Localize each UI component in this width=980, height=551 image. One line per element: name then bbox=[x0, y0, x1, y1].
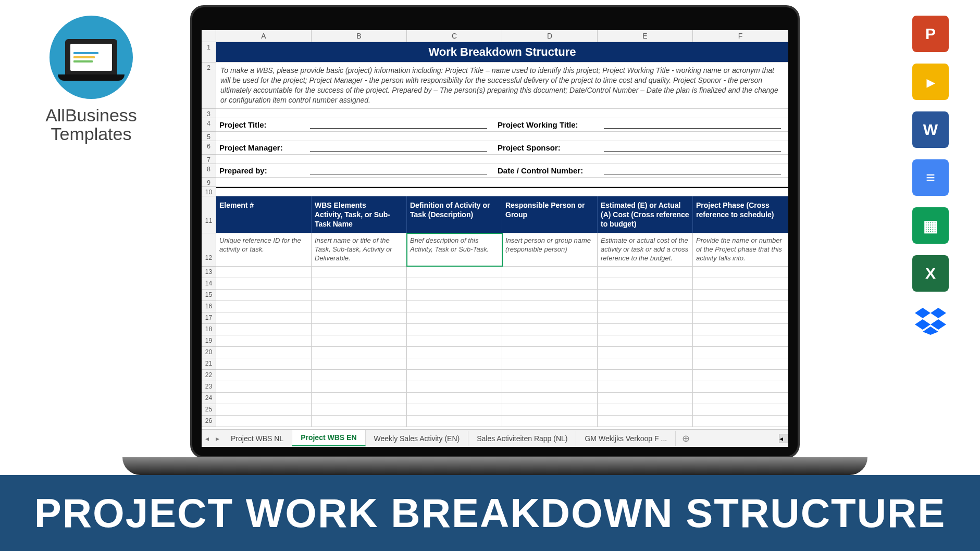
cell[interactable] bbox=[693, 370, 788, 381]
cell[interactable] bbox=[216, 381, 312, 392]
cell[interactable] bbox=[693, 404, 788, 415]
row-num[interactable]: 12 bbox=[202, 233, 216, 267]
cell[interactable] bbox=[693, 381, 788, 392]
hint-element[interactable]: Unique reference ID for the activity or … bbox=[216, 233, 312, 266]
tab-gm-weklijks[interactable]: GM Wekljks Verkoop F ... bbox=[576, 431, 676, 446]
cell[interactable] bbox=[407, 358, 502, 369]
cell[interactable] bbox=[312, 324, 407, 335]
cell[interactable] bbox=[598, 267, 693, 278]
row-num[interactable]: 25 bbox=[202, 404, 216, 416]
cell[interactable] bbox=[502, 416, 598, 427]
col-header-a[interactable]: A bbox=[216, 30, 312, 42]
cell[interactable] bbox=[693, 278, 788, 289]
row-num[interactable]: 7 bbox=[202, 155, 216, 164]
word-icon[interactable]: W bbox=[912, 111, 949, 148]
cell[interactable] bbox=[598, 393, 693, 404]
cell[interactable] bbox=[693, 416, 788, 427]
cell[interactable] bbox=[407, 324, 502, 335]
cell[interactable] bbox=[693, 324, 788, 335]
row-num[interactable]: 22 bbox=[202, 370, 216, 381]
cell[interactable] bbox=[598, 312, 693, 323]
google-slides-icon[interactable]: ▸ bbox=[912, 64, 949, 100]
cell[interactable] bbox=[598, 358, 693, 369]
cell[interactable] bbox=[312, 312, 407, 323]
cell[interactable] bbox=[502, 335, 598, 346]
hscroll-left-icon[interactable]: ◂ bbox=[779, 434, 788, 443]
cell[interactable] bbox=[502, 370, 598, 381]
cell[interactable] bbox=[312, 358, 407, 369]
cell[interactable] bbox=[216, 267, 312, 278]
row-num[interactable]: 20 bbox=[202, 347, 216, 358]
cell[interactable] bbox=[407, 404, 502, 415]
row-num[interactable]: 11 bbox=[202, 196, 216, 234]
row-num[interactable]: 21 bbox=[202, 358, 216, 370]
row-num[interactable]: 2 bbox=[202, 62, 216, 109]
hint-phase[interactable]: Provide the name or number of the Projec… bbox=[693, 233, 788, 266]
hint-responsible[interactable]: Insert person or group name (responsible… bbox=[502, 233, 598, 266]
row-num[interactable]: 26 bbox=[202, 416, 216, 427]
dropbox-icon[interactable] bbox=[912, 303, 949, 340]
row-num[interactable]: 6 bbox=[202, 141, 216, 155]
row-num[interactable]: 23 bbox=[202, 381, 216, 393]
cell[interactable] bbox=[312, 416, 407, 427]
cell[interactable] bbox=[216, 290, 312, 300]
cell[interactable] bbox=[407, 312, 502, 323]
cell[interactable] bbox=[407, 301, 502, 312]
cell[interactable] bbox=[216, 370, 312, 381]
col-header-b[interactable]: B bbox=[312, 30, 407, 42]
cell[interactable] bbox=[407, 370, 502, 381]
cell[interactable] bbox=[407, 347, 502, 358]
cell[interactable] bbox=[502, 324, 598, 335]
col-header-e[interactable]: E bbox=[598, 30, 693, 42]
row-num[interactable]: 15 bbox=[202, 290, 216, 301]
cell[interactable] bbox=[598, 347, 693, 358]
field-project-sponsor[interactable] bbox=[604, 141, 781, 152]
cell[interactable] bbox=[407, 416, 502, 427]
cell[interactable] bbox=[598, 381, 693, 392]
cell[interactable] bbox=[312, 301, 407, 312]
col-header-c[interactable]: C bbox=[407, 30, 502, 42]
tab-sales-activiteiten-nl[interactable]: Sales Activiteiten Rapp (NL) bbox=[468, 431, 576, 446]
row-num[interactable]: 13 bbox=[202, 267, 216, 278]
row-num[interactable]: 18 bbox=[202, 324, 216, 335]
field-prepared-by[interactable] bbox=[310, 164, 487, 174]
row-num[interactable]: 4 bbox=[202, 118, 216, 132]
cell[interactable] bbox=[312, 381, 407, 392]
cell[interactable] bbox=[216, 358, 312, 369]
tab-weekly-sales-en[interactable]: Weekly Sales Activity (EN) bbox=[366, 431, 469, 446]
excel-icon[interactable]: X bbox=[912, 255, 949, 292]
row-num[interactable]: 16 bbox=[202, 301, 216, 312]
cell[interactable] bbox=[216, 324, 312, 335]
cell[interactable] bbox=[598, 324, 693, 335]
field-project-working-title[interactable] bbox=[604, 118, 781, 129]
cell[interactable] bbox=[598, 404, 693, 415]
cell[interactable] bbox=[502, 358, 598, 369]
cell[interactable] bbox=[502, 404, 598, 415]
hint-wbs[interactable]: Insert name or title of the Task, Sub-ta… bbox=[312, 233, 407, 266]
cell[interactable] bbox=[312, 335, 407, 346]
row-num[interactable]: 1 bbox=[202, 42, 216, 62]
cell[interactable] bbox=[216, 301, 312, 312]
cell[interactable] bbox=[216, 312, 312, 323]
cell[interactable] bbox=[216, 335, 312, 346]
cell[interactable] bbox=[502, 290, 598, 300]
add-sheet-icon[interactable]: ⊕ bbox=[676, 433, 696, 444]
row-num[interactable]: 24 bbox=[202, 393, 216, 404]
row-num[interactable]: 3 bbox=[202, 109, 216, 118]
row-num[interactable]: 5 bbox=[202, 132, 216, 141]
hint-cost[interactable]: Estimate or actual cost of the activity … bbox=[598, 233, 693, 266]
cell[interactable] bbox=[502, 381, 598, 392]
cell[interactable] bbox=[502, 301, 598, 312]
tab-project-wbs-en[interactable]: Project WBS EN bbox=[292, 430, 365, 446]
cell[interactable] bbox=[598, 290, 693, 300]
cell[interactable] bbox=[216, 347, 312, 358]
cell[interactable] bbox=[502, 267, 598, 278]
cell[interactable] bbox=[312, 393, 407, 404]
field-project-manager[interactable] bbox=[310, 141, 487, 152]
cell[interactable] bbox=[312, 347, 407, 358]
field-date-control[interactable] bbox=[604, 164, 781, 174]
cell[interactable] bbox=[312, 290, 407, 300]
cell[interactable] bbox=[312, 404, 407, 415]
cell[interactable] bbox=[598, 278, 693, 289]
tab-nav-prev-icon[interactable]: ◂ bbox=[202, 434, 212, 443]
